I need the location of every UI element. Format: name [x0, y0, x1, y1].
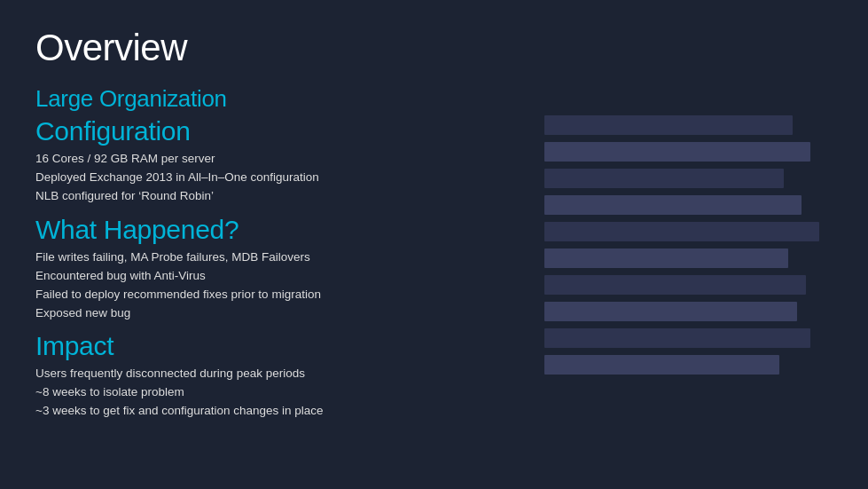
bar-seg — [544, 248, 788, 268]
happened-line-4: Exposed new bug — [35, 304, 513, 323]
left-column: Overview Large Organization Configuratio… — [35, 27, 531, 462]
bar-seg — [544, 222, 819, 241]
bar-row-6 — [544, 248, 819, 268]
bar-row-2 — [544, 142, 819, 162]
bar-seg — [544, 302, 797, 321]
happened-line-1: File writes failing, MA Probe failures, … — [35, 248, 513, 267]
bar-seg — [544, 115, 793, 135]
section-impact: Impact Users frequently disconnected dur… — [35, 331, 513, 421]
bar-row-7 — [544, 275, 819, 295]
bars-chart — [544, 115, 819, 375]
configuration-body: 16 Cores / 92 GB RAM per server Deployed… — [35, 150, 513, 206]
bar-seg — [544, 169, 784, 188]
section-large-org: Large Organization Configuration 16 Core… — [35, 85, 513, 206]
happened-line-3: Failed to deploy recommended fixes prior… — [35, 286, 513, 304]
happened-line-2: Encountered bug with Anti-Virus — [35, 267, 513, 286]
section-what-happened: What Happened? File writes failing, MA P… — [35, 215, 513, 323]
bar-row-4 — [544, 195, 819, 215]
bar-row-5 — [544, 222, 819, 241]
section-heading-large-org: Large Organization — [35, 85, 513, 113]
config-line-1: 16 Cores / 92 GB RAM per server — [35, 150, 513, 169]
bar-row-8 — [544, 302, 819, 321]
bar-seg — [544, 328, 810, 348]
bar-seg — [544, 355, 779, 375]
bar-seg — [544, 195, 802, 215]
config-line-2: Deployed Exchange 2013 in All–In–One con… — [35, 169, 513, 187]
bar-row-3 — [544, 169, 819, 188]
page-title: Overview — [35, 27, 513, 69]
right-column-visual — [531, 27, 833, 462]
slide: Overview Large Organization Configuratio… — [0, 0, 868, 489]
section-heading-what-happened: What Happened? — [35, 215, 513, 245]
bar-seg — [544, 142, 810, 162]
section-heading-configuration: Configuration — [35, 116, 513, 146]
config-line-3: NLB configured for ‘Round Robin’ — [35, 187, 513, 206]
bar-row-10 — [544, 355, 819, 375]
what-happened-body: File writes failing, MA Probe failures, … — [35, 248, 513, 323]
bar-row-1 — [544, 115, 819, 135]
section-heading-impact: Impact — [35, 331, 513, 361]
impact-line-3: ~3 weeks to get fix and configuration ch… — [35, 402, 513, 421]
impact-line-2: ~8 weeks to isolate problem — [35, 383, 513, 402]
impact-line-1: Users frequently disconnected during pea… — [35, 365, 513, 383]
bar-row-9 — [544, 328, 819, 348]
impact-body: Users frequently disconnected during pea… — [35, 365, 513, 421]
bar-seg — [544, 275, 806, 295]
